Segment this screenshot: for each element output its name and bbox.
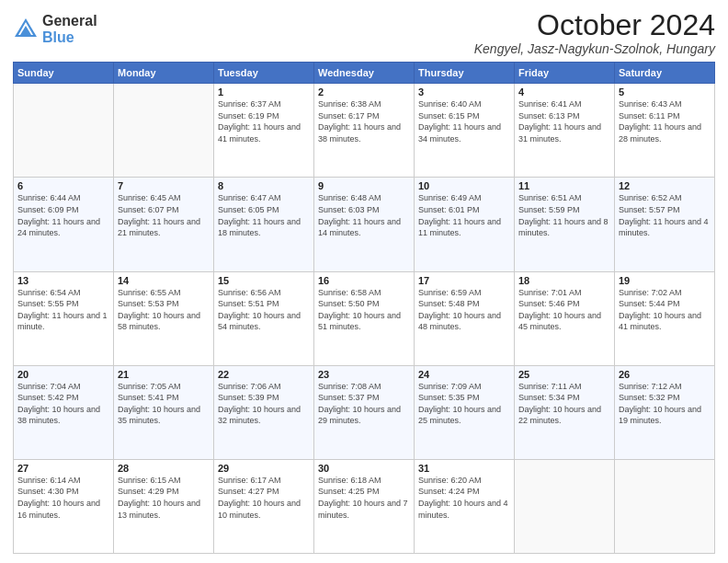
calendar-weekday-wednesday: Wednesday [314,63,415,84]
calendar-week-row: 1Sunrise: 6:37 AM Sunset: 6:19 PM Daylig… [14,84,715,178]
calendar-cell: 9Sunrise: 6:48 AM Sunset: 6:03 PM Daylig… [314,178,415,271]
header: General Blue October 2024 Kengyel, Jasz-… [13,9,715,56]
day-info: Sunrise: 6:59 AM Sunset: 5:48 PM Dayligh… [418,287,510,333]
calendar-cell: 21Sunrise: 7:05 AM Sunset: 5:41 PM Dayli… [114,365,214,459]
day-number: 12 [619,180,711,191]
calendar-cell: 11Sunrise: 6:51 AM Sunset: 5:59 PM Dayli… [515,178,615,271]
day-number: 18 [518,275,610,286]
day-number: 30 [318,463,410,474]
day-info: Sunrise: 6:56 AM Sunset: 5:51 PM Dayligh… [218,287,310,333]
subtitle: Kengyel, Jasz-Nagykun-Szolnok, Hungary [474,41,715,56]
day-info: Sunrise: 6:49 AM Sunset: 6:01 PM Dayligh… [418,192,510,238]
day-info: Sunrise: 6:55 AM Sunset: 5:53 PM Dayligh… [118,287,210,333]
calendar-table: SundayMondayTuesdayWednesdayThursdayFrid… [13,62,715,554]
day-number: 5 [619,86,711,98]
calendar-cell [114,84,214,178]
calendar-cell: 14Sunrise: 6:55 AM Sunset: 5:53 PM Dayli… [114,271,214,365]
day-info: Sunrise: 7:06 AM Sunset: 5:39 PM Dayligh… [218,381,310,427]
calendar-weekday-tuesday: Tuesday [214,63,314,84]
day-info: Sunrise: 7:12 AM Sunset: 5:32 PM Dayligh… [619,381,711,427]
day-number: 9 [318,180,410,191]
day-number: 21 [118,369,210,380]
calendar-cell: 28Sunrise: 6:15 AM Sunset: 4:29 PM Dayli… [114,459,214,553]
calendar-cell: 12Sunrise: 6:52 AM Sunset: 5:57 PM Dayli… [615,178,715,271]
calendar-cell [14,84,114,178]
day-number: 31 [418,463,510,474]
logo-blue-text: Blue [42,29,97,46]
day-number: 17 [418,275,510,286]
logo-icon [13,17,39,42]
day-number: 3 [418,86,510,98]
day-number: 1 [218,86,310,98]
day-number: 13 [17,275,109,286]
day-number: 16 [318,275,410,286]
calendar-cell [515,459,615,553]
calendar-weekday-monday: Monday [114,63,214,84]
calendar-cell: 16Sunrise: 6:58 AM Sunset: 5:50 PM Dayli… [314,271,415,365]
day-number: 2 [318,86,410,98]
day-number: 14 [118,275,210,286]
calendar-cell: 25Sunrise: 7:11 AM Sunset: 5:34 PM Dayli… [515,365,615,459]
calendar-cell: 13Sunrise: 6:54 AM Sunset: 5:55 PM Dayli… [14,271,114,365]
calendar-week-row: 20Sunrise: 7:04 AM Sunset: 5:42 PM Dayli… [14,365,715,459]
calendar-cell: 22Sunrise: 7:06 AM Sunset: 5:39 PM Dayli… [214,365,314,459]
day-info: Sunrise: 7:04 AM Sunset: 5:42 PM Dayligh… [17,381,109,427]
calendar-weekday-saturday: Saturday [615,63,715,84]
main-title: October 2024 [474,9,715,41]
day-info: Sunrise: 6:52 AM Sunset: 5:57 PM Dayligh… [619,192,711,238]
day-number: 24 [418,369,510,380]
day-info: Sunrise: 6:54 AM Sunset: 5:55 PM Dayligh… [17,287,109,333]
calendar-cell: 5Sunrise: 6:43 AM Sunset: 6:11 PM Daylig… [615,84,715,178]
day-info: Sunrise: 6:58 AM Sunset: 5:50 PM Dayligh… [318,287,410,333]
calendar-weekday-friday: Friday [515,63,615,84]
day-number: 28 [118,463,210,474]
day-info: Sunrise: 6:43 AM Sunset: 6:11 PM Dayligh… [619,98,711,144]
day-number: 20 [17,369,109,380]
title-block: October 2024 Kengyel, Jasz-Nagykun-Szoln… [474,9,715,56]
day-info: Sunrise: 6:51 AM Sunset: 5:59 PM Dayligh… [518,192,610,238]
calendar-cell: 19Sunrise: 7:02 AM Sunset: 5:44 PM Dayli… [615,271,715,365]
calendar-cell: 27Sunrise: 6:14 AM Sunset: 4:30 PM Dayli… [14,459,114,553]
day-number: 19 [619,275,711,286]
day-number: 25 [518,369,610,380]
day-info: Sunrise: 6:40 AM Sunset: 6:15 PM Dayligh… [418,98,510,144]
calendar-cell: 23Sunrise: 7:08 AM Sunset: 5:37 PM Dayli… [314,365,415,459]
calendar-cell: 24Sunrise: 7:09 AM Sunset: 5:35 PM Dayli… [415,365,515,459]
day-info: Sunrise: 6:18 AM Sunset: 4:25 PM Dayligh… [318,475,410,521]
calendar-header-row: SundayMondayTuesdayWednesdayThursdayFrid… [14,63,715,84]
day-number: 10 [418,180,510,191]
day-number: 22 [218,369,310,380]
day-info: Sunrise: 6:14 AM Sunset: 4:30 PM Dayligh… [17,475,109,521]
day-number: 23 [318,369,410,380]
day-info: Sunrise: 7:08 AM Sunset: 5:37 PM Dayligh… [318,381,410,427]
calendar-weekday-sunday: Sunday [14,63,114,84]
calendar-weekday-thursday: Thursday [415,63,515,84]
calendar-cell: 26Sunrise: 7:12 AM Sunset: 5:32 PM Dayli… [615,365,715,459]
day-info: Sunrise: 7:05 AM Sunset: 5:41 PM Dayligh… [118,381,210,427]
day-info: Sunrise: 6:37 AM Sunset: 6:19 PM Dayligh… [218,98,310,144]
calendar-cell: 31Sunrise: 6:20 AM Sunset: 4:24 PM Dayli… [415,459,515,553]
day-number: 4 [518,86,610,98]
day-info: Sunrise: 6:48 AM Sunset: 6:03 PM Dayligh… [318,192,410,238]
calendar-cell: 6Sunrise: 6:44 AM Sunset: 6:09 PM Daylig… [14,178,114,271]
day-info: Sunrise: 7:09 AM Sunset: 5:35 PM Dayligh… [418,381,510,427]
calendar-cell: 10Sunrise: 6:49 AM Sunset: 6:01 PM Dayli… [415,178,515,271]
calendar-cell: 15Sunrise: 6:56 AM Sunset: 5:51 PM Dayli… [214,271,314,365]
day-number: 11 [518,180,610,191]
day-info: Sunrise: 6:44 AM Sunset: 6:09 PM Dayligh… [17,192,109,238]
day-info: Sunrise: 6:20 AM Sunset: 4:24 PM Dayligh… [418,475,510,521]
day-number: 8 [218,180,310,191]
day-number: 6 [17,180,109,191]
day-info: Sunrise: 6:45 AM Sunset: 6:07 PM Dayligh… [118,192,210,238]
calendar-cell: 1Sunrise: 6:37 AM Sunset: 6:19 PM Daylig… [214,84,314,178]
day-number: 15 [218,275,310,286]
calendar-cell: 7Sunrise: 6:45 AM Sunset: 6:07 PM Daylig… [114,178,214,271]
calendar-cell: 2Sunrise: 6:38 AM Sunset: 6:17 PM Daylig… [314,84,415,178]
day-info: Sunrise: 6:41 AM Sunset: 6:13 PM Dayligh… [518,98,610,144]
calendar-cell: 30Sunrise: 6:18 AM Sunset: 4:25 PM Dayli… [314,459,415,553]
day-number: 26 [619,369,711,380]
day-info: Sunrise: 6:17 AM Sunset: 4:27 PM Dayligh… [218,475,310,521]
calendar-week-row: 27Sunrise: 6:14 AM Sunset: 4:30 PM Dayli… [14,459,715,553]
logo-general-text: General [42,13,97,29]
day-info: Sunrise: 7:01 AM Sunset: 5:46 PM Dayligh… [518,287,610,333]
